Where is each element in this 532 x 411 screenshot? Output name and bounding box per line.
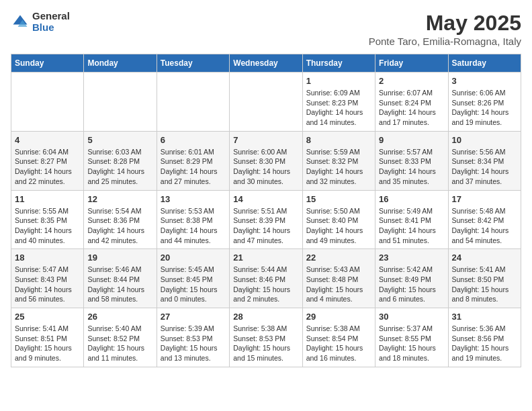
day-info: Sunrise: 5:41 AM Sunset: 8:50 PM Dayligh… bbox=[452, 265, 517, 304]
day-number: 29 bbox=[306, 312, 371, 322]
calendar-cell: 12Sunrise: 5:54 AM Sunset: 8:36 PM Dayli… bbox=[84, 190, 157, 249]
calendar-cell: 20Sunrise: 5:45 AM Sunset: 8:45 PM Dayli… bbox=[157, 249, 229, 308]
day-info: Sunrise: 5:36 AM Sunset: 8:56 PM Dayligh… bbox=[452, 324, 517, 363]
page-header: General Blue May 2025 Ponte Taro, Emilia… bbox=[11, 11, 521, 47]
calendar-week-5: 25Sunrise: 5:41 AM Sunset: 8:51 PM Dayli… bbox=[11, 308, 521, 367]
logo-icon bbox=[11, 13, 30, 32]
day-info: Sunrise: 5:50 AM Sunset: 8:40 PM Dayligh… bbox=[306, 206, 371, 246]
day-info: Sunrise: 5:42 AM Sunset: 8:49 PM Dayligh… bbox=[379, 265, 444, 304]
day-number: 3 bbox=[452, 76, 517, 86]
day-number: 17 bbox=[452, 194, 517, 204]
day-number: 22 bbox=[306, 253, 371, 263]
calendar-cell: 21Sunrise: 5:44 AM Sunset: 8:46 PM Dayli… bbox=[230, 249, 302, 308]
day-info: Sunrise: 6:00 AM Sunset: 8:30 PM Dayligh… bbox=[233, 147, 298, 187]
day-number: 9 bbox=[379, 135, 444, 145]
title-block: May 2025 Ponte Taro, Emilia-Romagna, Ita… bbox=[369, 11, 521, 47]
day-info: Sunrise: 5:54 AM Sunset: 8:36 PM Dayligh… bbox=[87, 206, 152, 246]
calendar-cell: 9Sunrise: 5:57 AM Sunset: 8:33 PM Daylig… bbox=[375, 131, 448, 190]
logo-blue-text: Blue bbox=[32, 22, 70, 34]
day-info: Sunrise: 5:40 AM Sunset: 8:52 PM Dayligh… bbox=[87, 324, 152, 363]
calendar-body: 1Sunrise: 6:09 AM Sunset: 8:23 PM Daylig… bbox=[11, 73, 521, 367]
day-number: 4 bbox=[15, 135, 80, 145]
day-info: Sunrise: 5:43 AM Sunset: 8:48 PM Dayligh… bbox=[306, 265, 371, 304]
day-number: 7 bbox=[233, 135, 298, 145]
calendar-cell: 22Sunrise: 5:43 AM Sunset: 8:48 PM Dayli… bbox=[302, 249, 375, 308]
logo-general-text: General bbox=[32, 11, 70, 22]
calendar-cell: 25Sunrise: 5:41 AM Sunset: 8:51 PM Dayli… bbox=[11, 308, 84, 367]
calendar-cell: 26Sunrise: 5:40 AM Sunset: 8:52 PM Dayli… bbox=[84, 308, 157, 367]
calendar-cell: 19Sunrise: 5:46 AM Sunset: 8:44 PM Dayli… bbox=[84, 249, 157, 308]
month-title: May 2025 bbox=[369, 11, 521, 36]
calendar-table: SundayMondayTuesdayWednesdayThursdayFrid… bbox=[11, 54, 521, 367]
day-number: 15 bbox=[306, 194, 371, 204]
day-number: 8 bbox=[306, 135, 371, 145]
day-info: Sunrise: 5:41 AM Sunset: 8:51 PM Dayligh… bbox=[15, 324, 80, 363]
day-info: Sunrise: 5:45 AM Sunset: 8:45 PM Dayligh… bbox=[161, 265, 226, 304]
calendar-cell: 7Sunrise: 6:00 AM Sunset: 8:30 PM Daylig… bbox=[230, 131, 302, 190]
day-number: 23 bbox=[379, 253, 444, 263]
calendar-cell: 13Sunrise: 5:53 AM Sunset: 8:38 PM Dayli… bbox=[157, 190, 229, 249]
day-number: 14 bbox=[233, 194, 298, 204]
svg-marker-0 bbox=[13, 15, 28, 24]
calendar-cell: 3Sunrise: 6:06 AM Sunset: 8:26 PM Daylig… bbox=[448, 73, 521, 132]
day-info: Sunrise: 5:44 AM Sunset: 8:46 PM Dayligh… bbox=[233, 265, 298, 304]
calendar-cell: 24Sunrise: 5:41 AM Sunset: 8:50 PM Dayli… bbox=[448, 249, 521, 308]
day-number: 26 bbox=[87, 312, 152, 322]
calendar-cell: 2Sunrise: 6:07 AM Sunset: 8:24 PM Daylig… bbox=[375, 73, 448, 132]
day-number: 6 bbox=[161, 135, 226, 145]
day-info: Sunrise: 5:38 AM Sunset: 8:54 PM Dayligh… bbox=[306, 324, 371, 363]
calendar-cell: 15Sunrise: 5:50 AM Sunset: 8:40 PM Dayli… bbox=[302, 190, 375, 249]
calendar-cell: 23Sunrise: 5:42 AM Sunset: 8:49 PM Dayli… bbox=[375, 249, 448, 308]
day-info: Sunrise: 6:07 AM Sunset: 8:24 PM Dayligh… bbox=[379, 88, 444, 128]
day-info: Sunrise: 6:04 AM Sunset: 8:27 PM Dayligh… bbox=[15, 147, 80, 187]
calendar-header: SundayMondayTuesdayWednesdayThursdayFrid… bbox=[11, 54, 521, 73]
day-header-friday: Friday bbox=[375, 54, 448, 73]
day-number: 31 bbox=[452, 312, 517, 322]
day-number: 27 bbox=[161, 312, 226, 322]
day-number: 30 bbox=[379, 312, 444, 322]
day-number: 18 bbox=[15, 253, 80, 263]
day-header-saturday: Saturday bbox=[448, 54, 521, 73]
calendar-cell: 27Sunrise: 5:39 AM Sunset: 8:53 PM Dayli… bbox=[157, 308, 229, 367]
day-header-sunday: Sunday bbox=[11, 54, 84, 73]
day-info: Sunrise: 5:37 AM Sunset: 8:55 PM Dayligh… bbox=[379, 324, 444, 363]
calendar-week-3: 11Sunrise: 5:55 AM Sunset: 8:35 PM Dayli… bbox=[11, 190, 521, 249]
calendar-cell bbox=[11, 73, 84, 132]
calendar-cell: 14Sunrise: 5:51 AM Sunset: 8:39 PM Dayli… bbox=[230, 190, 302, 249]
day-info: Sunrise: 6:01 AM Sunset: 8:29 PM Dayligh… bbox=[161, 147, 226, 187]
calendar-cell bbox=[157, 73, 229, 132]
calendar-cell bbox=[84, 73, 157, 132]
calendar-week-2: 4Sunrise: 6:04 AM Sunset: 8:27 PM Daylig… bbox=[11, 131, 521, 190]
day-header-thursday: Thursday bbox=[302, 54, 375, 73]
day-info: Sunrise: 5:49 AM Sunset: 8:41 PM Dayligh… bbox=[379, 206, 444, 246]
day-info: Sunrise: 5:48 AM Sunset: 8:42 PM Dayligh… bbox=[452, 206, 517, 246]
day-info: Sunrise: 6:06 AM Sunset: 8:26 PM Dayligh… bbox=[452, 88, 517, 128]
calendar-cell: 29Sunrise: 5:38 AM Sunset: 8:54 PM Dayli… bbox=[302, 308, 375, 367]
day-number: 12 bbox=[87, 194, 152, 204]
calendar-cell: 4Sunrise: 6:04 AM Sunset: 8:27 PM Daylig… bbox=[11, 131, 84, 190]
calendar-cell: 28Sunrise: 5:38 AM Sunset: 8:53 PM Dayli… bbox=[230, 308, 302, 367]
day-info: Sunrise: 6:09 AM Sunset: 8:23 PM Dayligh… bbox=[306, 88, 371, 128]
calendar-cell: 6Sunrise: 6:01 AM Sunset: 8:29 PM Daylig… bbox=[157, 131, 229, 190]
day-info: Sunrise: 5:47 AM Sunset: 8:43 PM Dayligh… bbox=[15, 265, 80, 304]
logo-text: General Blue bbox=[32, 11, 70, 33]
day-header-wednesday: Wednesday bbox=[230, 54, 302, 73]
day-number: 10 bbox=[452, 135, 517, 145]
days-of-week-row: SundayMondayTuesdayWednesdayThursdayFrid… bbox=[11, 54, 521, 73]
day-number: 19 bbox=[87, 253, 152, 263]
day-number: 13 bbox=[161, 194, 226, 204]
calendar-week-1: 1Sunrise: 6:09 AM Sunset: 8:23 PM Daylig… bbox=[11, 73, 521, 132]
logo: General Blue bbox=[11, 11, 70, 33]
day-info: Sunrise: 5:38 AM Sunset: 8:53 PM Dayligh… bbox=[233, 324, 298, 363]
day-number: 25 bbox=[15, 312, 80, 322]
calendar-cell: 11Sunrise: 5:55 AM Sunset: 8:35 PM Dayli… bbox=[11, 190, 84, 249]
calendar-cell: 5Sunrise: 6:03 AM Sunset: 8:28 PM Daylig… bbox=[84, 131, 157, 190]
calendar-cell: 30Sunrise: 5:37 AM Sunset: 8:55 PM Dayli… bbox=[375, 308, 448, 367]
day-header-monday: Monday bbox=[84, 54, 157, 73]
day-info: Sunrise: 5:46 AM Sunset: 8:44 PM Dayligh… bbox=[87, 265, 152, 304]
day-info: Sunrise: 6:03 AM Sunset: 8:28 PM Dayligh… bbox=[87, 147, 152, 187]
calendar-week-4: 18Sunrise: 5:47 AM Sunset: 8:43 PM Dayli… bbox=[11, 249, 521, 308]
day-number: 11 bbox=[15, 194, 80, 204]
day-number: 1 bbox=[306, 76, 371, 86]
day-number: 5 bbox=[87, 135, 152, 145]
